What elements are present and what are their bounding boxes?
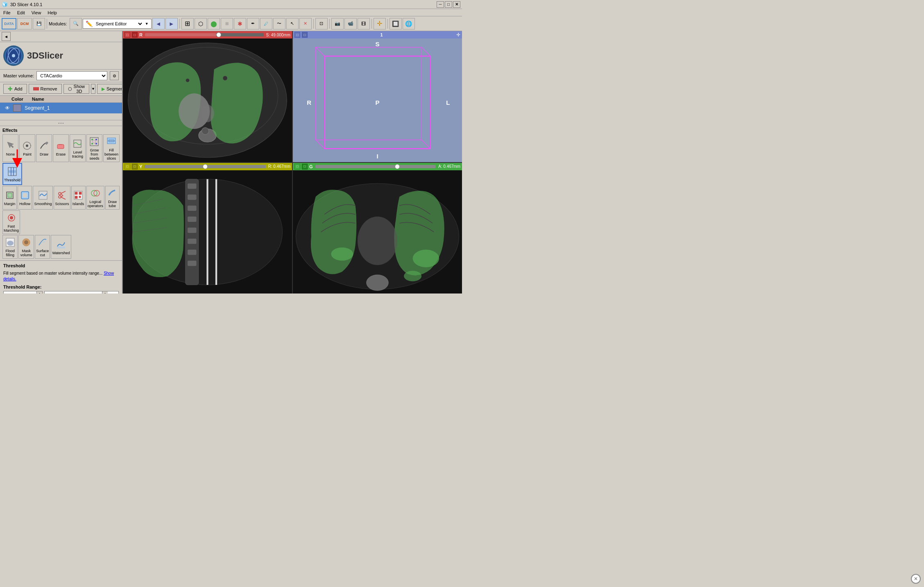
effect-watershed[interactable]: Watershed <box>51 235 71 259</box>
grid-btn[interactable]: ⊞ <box>221 18 233 29</box>
svg-text:L: L <box>446 99 450 106</box>
pen-btn[interactable]: ✒ <box>247 18 259 29</box>
effect-none[interactable]: None <box>2 134 18 162</box>
logo-text: 3DSlicer <box>27 50 63 61</box>
media-btn[interactable]: 🎞 <box>358 18 370 29</box>
show-3d-button[interactable]: ⬡ Show 3D <box>63 84 90 94</box>
data-btn[interactable]: DATA <box>2 18 16 29</box>
asterisk-btn[interactable]: ✱ <box>234 18 246 29</box>
3d-ct-view: S I R P L <box>293 38 462 162</box>
effect-islands[interactable]: Islands <box>71 186 86 210</box>
screenshot-btn[interactable]: 📷 <box>331 18 344 29</box>
viewbox-btn[interactable]: ⊡ <box>315 18 328 29</box>
effect-level-tracing[interactable]: Level tracing <box>70 134 86 162</box>
save-btn[interactable]: 💾 <box>33 18 45 29</box>
g-minimize-btn[interactable]: □ <box>294 164 300 169</box>
video-btn[interactable]: 📹 <box>344 18 357 29</box>
master-volume-select[interactable]: CTACardio <box>36 71 107 80</box>
svg-rect-25 <box>23 193 27 197</box>
col-name-header: Name <box>32 97 119 102</box>
paint-icon <box>21 140 33 151</box>
max-spin-up[interactable]: ▲ <box>102 291 108 294</box>
color-btn[interactable]: 🖊 <box>260 18 272 29</box>
add-segment-button[interactable]: ✚ Add <box>3 84 27 94</box>
r-viewport-body[interactable] <box>123 38 292 162</box>
y-maximize-btn[interactable]: □ <box>132 164 138 169</box>
3d-maximize-btn[interactable]: □ <box>302 32 308 38</box>
r-slider-value: S: 49.000mm <box>266 33 290 37</box>
effect-draw-tube[interactable]: Draw tube <box>105 186 120 210</box>
r-slider-handle[interactable] <box>216 32 221 37</box>
title-bar: 🧊 3D Slicer 4.10.1 ─ □ ✕ <box>0 0 462 9</box>
r-minimize-btn[interactable]: □ <box>125 32 130 38</box>
svg-point-10 <box>91 139 93 140</box>
effect-logical[interactable]: Logical operators <box>86 186 104 210</box>
effect-hollow[interactable]: Hollow <box>18 186 32 210</box>
toolbar-sep-4 <box>329 19 330 29</box>
svg-point-3 <box>12 54 15 57</box>
g-viewport-body[interactable] <box>293 170 462 294</box>
remove-segment-button[interactable]: Remove <box>29 84 62 94</box>
threshold-max-input[interactable] <box>45 291 102 294</box>
fill-slices-icon <box>106 136 117 147</box>
effect-erase[interactable]: Erase <box>53 134 69 162</box>
drag-btn[interactable]: ↖ <box>286 18 299 29</box>
effect-mask-volume[interactable]: Mask volume <box>18 235 34 259</box>
effect-draw[interactable]: Draw <box>36 134 52 162</box>
draw-tube-icon <box>106 187 118 199</box>
search-btn[interactable]: 🔍 <box>70 18 82 29</box>
effect-fast-marching[interactable]: Fast Marching <box>2 210 20 234</box>
effect-threshold[interactable]: Threshold <box>2 163 22 185</box>
toolbar-sep-3 <box>313 19 314 29</box>
layout-btn[interactable]: ⊞ <box>181 18 194 29</box>
show3d-dropdown[interactable]: ▼ <box>91 84 95 94</box>
module-nav-back[interactable]: ◄ <box>152 18 165 29</box>
effect-paint[interactable]: Paint <box>19 134 35 162</box>
segment-row[interactable]: 👁 Segment_1 <box>0 103 122 113</box>
app2-btn[interactable]: 🌐 <box>403 18 415 29</box>
menu-edit[interactable]: Edit <box>16 10 27 16</box>
y-minimize-btn[interactable]: □ <box>125 164 130 169</box>
svg-rect-37 <box>79 196 81 198</box>
crosshair-btn[interactable]: ✛ <box>374 18 386 29</box>
segment-visibility-btn[interactable]: 👁 <box>3 104 11 112</box>
3d-viewport-body[interactable]: S I R P L <box>293 38 462 162</box>
effect-surface-cut[interactable]: Surface cut <box>35 235 50 259</box>
app-title: 3D Slicer 4.10.1 <box>10 2 42 7</box>
module-dropdown[interactable]: Segment Editor <box>94 21 143 27</box>
y-ct-view <box>123 170 292 294</box>
r-maximize-btn[interactable]: □ <box>132 32 138 38</box>
close-button[interactable]: ✕ <box>453 1 460 8</box>
y-viewport-body[interactable] <box>123 170 292 294</box>
g-maximize-btn[interactable]: □ <box>302 164 308 169</box>
min-spin-up[interactable]: ▲ <box>36 291 42 294</box>
menu-help[interactable]: Help <box>46 10 59 16</box>
panel-collapse-btn[interactable]: ◄ <box>2 32 11 41</box>
effect-fill-slices[interactable]: Fill between slices <box>103 134 120 162</box>
cross-btn[interactable]: ✕ <box>299 18 312 29</box>
sphere-btn[interactable]: ⬤ <box>208 18 220 29</box>
dcm-btn[interactable]: DCM <box>17 18 32 29</box>
3d-minimize-btn[interactable]: □ <box>294 32 300 38</box>
volume-config-btn[interactable]: ⚙ <box>110 71 119 80</box>
curve-btn[interactable]: 〜 <box>273 18 285 29</box>
effect-smoothing[interactable]: Smoothing <box>33 186 53 210</box>
minimize-button[interactable]: ─ <box>437 1 444 8</box>
maximize-button[interactable]: □ <box>445 1 452 8</box>
effect-flood-filling[interactable]: Flood filling <box>2 235 18 259</box>
threshold-min-input[interactable] <box>4 291 36 294</box>
menu-file[interactable]: File <box>2 10 12 16</box>
r-slider-track <box>145 33 264 36</box>
effect-grow-seeds[interactable]: Grow from seeds <box>86 134 102 162</box>
y-slider-handle[interactable] <box>203 164 208 169</box>
3d-btn[interactable]: ⬡ <box>195 18 207 29</box>
app1-btn[interactable]: 🔲 <box>390 18 402 29</box>
g-slider-handle[interactable] <box>395 164 400 169</box>
effect-scissors[interactable]: Scissors <box>54 186 70 210</box>
menu-view[interactable]: View <box>30 10 43 16</box>
segmentations-button[interactable]: ▶ Segmentations... <box>97 84 123 94</box>
svg-point-45 <box>24 240 28 244</box>
module-nav-fwd[interactable]: ► <box>165 18 178 29</box>
r-viewport-container: □ □ R S: 49.000mm <box>123 31 293 162</box>
effect-margin[interactable]: Margin <box>2 186 17 210</box>
